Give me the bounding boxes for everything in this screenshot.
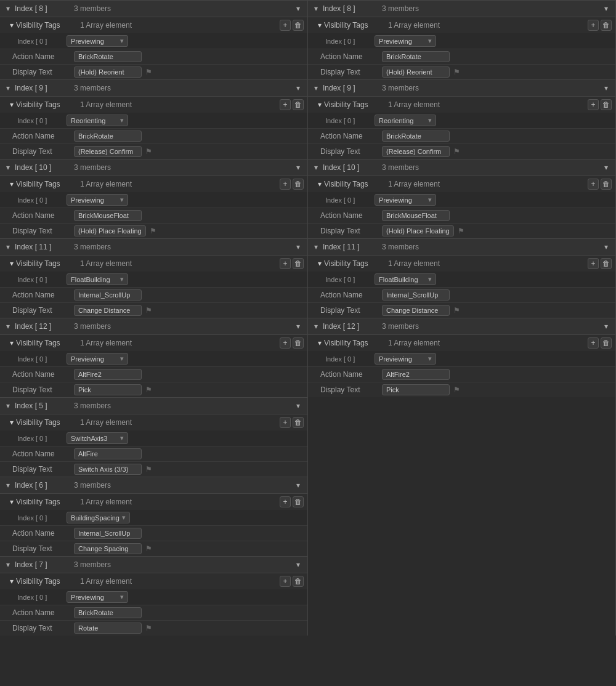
sub-index-label: Index [ 0 ] xyxy=(17,355,67,363)
remove-element-button[interactable]: 🗑 xyxy=(601,179,612,190)
members-chevron[interactable]: ▾ xyxy=(601,162,612,173)
collapse-chevron[interactable]: ▾ xyxy=(4,481,12,490)
visibility-dropdown[interactable]: FloatBuilding ▾ xyxy=(67,273,128,285)
vis-collapse-chevron[interactable]: ▾ xyxy=(318,100,322,109)
visibility-dropdown[interactable]: SwitchAxis3 ▾ xyxy=(67,432,128,444)
action-name-value: Internal_ScrollUp xyxy=(382,289,450,301)
index-label: Index [ 10 ] xyxy=(15,163,70,172)
collapse-chevron[interactable]: ▾ xyxy=(4,243,12,251)
flag-icon[interactable]: ⚑ xyxy=(453,385,460,394)
flag-icon[interactable]: ⚑ xyxy=(453,306,460,315)
collapse-chevron[interactable]: ▾ xyxy=(312,243,320,251)
remove-element-button[interactable]: 🗑 xyxy=(293,496,304,507)
visibility-dropdown[interactable]: FloatBuilding ▾ xyxy=(375,273,436,285)
members-chevron[interactable]: ▾ xyxy=(601,241,612,252)
collapse-chevron[interactable]: ▾ xyxy=(4,84,12,92)
remove-element-button[interactable]: 🗑 xyxy=(601,99,612,110)
add-element-button[interactable]: + xyxy=(588,337,599,349)
visibility-dropdown[interactable]: Reorienting ▾ xyxy=(67,115,128,126)
add-element-button[interactable]: + xyxy=(280,337,291,349)
visibility-dropdown[interactable]: Previewing ▾ xyxy=(375,353,436,365)
vis-collapse-chevron[interactable]: ▾ xyxy=(10,180,14,188)
add-element-button[interactable]: + xyxy=(280,179,291,190)
members-chevron[interactable]: ▾ xyxy=(293,400,304,411)
visibility-dropdown[interactable]: Previewing ▾ xyxy=(67,591,128,603)
add-element-button[interactable]: + xyxy=(280,99,291,110)
sub-index-row: Index [ 0 ] Previewing ▾ xyxy=(0,589,307,605)
remove-element-button[interactable]: 🗑 xyxy=(601,337,612,349)
add-element-button[interactable]: + xyxy=(588,20,599,31)
vis-collapse-chevron[interactable]: ▾ xyxy=(10,21,14,30)
vis-collapse-chevron[interactable]: ▾ xyxy=(10,418,14,427)
remove-element-button[interactable]: 🗑 xyxy=(293,258,304,269)
collapse-chevron[interactable]: ▾ xyxy=(4,4,12,13)
vis-collapse-chevron[interactable]: ▾ xyxy=(318,339,322,347)
flag-icon[interactable]: ⚑ xyxy=(145,624,152,632)
members-chevron[interactable]: ▾ xyxy=(293,480,304,491)
visibility-dropdown[interactable]: Previewing ▾ xyxy=(375,35,436,47)
flag-icon[interactable]: ⚑ xyxy=(458,227,464,235)
flag-icon[interactable]: ⚑ xyxy=(145,147,152,156)
flag-icon[interactable]: ⚑ xyxy=(150,227,156,235)
add-element-button[interactable]: + xyxy=(280,20,291,31)
add-element-button[interactable]: + xyxy=(280,576,291,587)
collapse-chevron[interactable]: ▾ xyxy=(312,4,320,13)
vis-collapse-chevron[interactable]: ▾ xyxy=(318,259,322,268)
visibility-dropdown[interactable]: Previewing ▾ xyxy=(67,194,128,206)
vis-collapse-chevron[interactable]: ▾ xyxy=(318,180,322,188)
flag-icon[interactable]: ⚑ xyxy=(453,147,460,156)
add-element-button[interactable]: + xyxy=(280,258,291,269)
members-chevron[interactable]: ▾ xyxy=(293,559,304,570)
flag-icon[interactable]: ⚑ xyxy=(453,68,460,76)
vis-collapse-chevron[interactable]: ▾ xyxy=(10,498,14,506)
action-name-row: Action Name Internal_ScrollUp xyxy=(0,287,307,302)
members-chevron[interactable]: ▾ xyxy=(601,321,612,332)
members-chevron[interactable]: ▾ xyxy=(293,162,304,173)
collapse-chevron[interactable]: ▾ xyxy=(4,163,12,172)
add-element-button[interactable]: + xyxy=(588,179,599,190)
flag-icon[interactable]: ⚑ xyxy=(145,306,152,315)
flag-icon[interactable]: ⚑ xyxy=(145,465,152,474)
visibility-dropdown[interactable]: Reorienting ▾ xyxy=(375,115,436,126)
members-chevron[interactable]: ▾ xyxy=(293,321,304,332)
remove-element-button[interactable]: 🗑 xyxy=(293,99,304,110)
collapse-chevron[interactable]: ▾ xyxy=(312,84,320,92)
dropdown-chevron: ▾ xyxy=(120,593,124,601)
members-chevron[interactable]: ▾ xyxy=(293,241,304,252)
add-element-button[interactable]: + xyxy=(280,496,291,507)
flag-icon[interactable]: ⚑ xyxy=(145,68,152,76)
members-chevron[interactable]: ▾ xyxy=(293,83,304,94)
visibility-dropdown[interactable]: Previewing ▾ xyxy=(67,35,128,47)
index-row: ▾ Index [ 9 ] 3 members ▾ xyxy=(0,79,307,97)
add-element-button[interactable]: + xyxy=(588,258,599,269)
collapse-chevron[interactable]: ▾ xyxy=(4,402,12,410)
index-row: ▾ Index [ 7 ] 3 members ▾ xyxy=(0,556,307,573)
sub-index-row: Index [ 0 ] FloatBuilding ▾ xyxy=(0,272,307,287)
flag-icon[interactable]: ⚑ xyxy=(145,544,152,553)
members-chevron[interactable]: ▾ xyxy=(293,3,304,14)
vis-collapse-chevron[interactable]: ▾ xyxy=(10,100,14,109)
visibility-dropdown[interactable]: BuildingSpacing ▾ xyxy=(67,512,130,523)
collapse-chevron[interactable]: ▾ xyxy=(312,163,320,172)
add-element-button[interactable]: + xyxy=(588,99,599,110)
remove-element-button[interactable]: 🗑 xyxy=(293,576,304,587)
visibility-dropdown[interactable]: Previewing ▾ xyxy=(375,194,436,206)
flag-icon[interactable]: ⚑ xyxy=(145,385,152,394)
vis-collapse-chevron[interactable]: ▾ xyxy=(10,339,14,347)
members-chevron[interactable]: ▾ xyxy=(601,83,612,94)
remove-element-button[interactable]: 🗑 xyxy=(293,20,304,31)
collapse-chevron[interactable]: ▾ xyxy=(312,322,320,331)
vis-collapse-chevron[interactable]: ▾ xyxy=(10,577,14,586)
visibility-dropdown[interactable]: Previewing ▾ xyxy=(67,353,128,365)
remove-element-button[interactable]: 🗑 xyxy=(293,179,304,190)
vis-collapse-chevron[interactable]: ▾ xyxy=(10,259,14,268)
vis-collapse-chevron[interactable]: ▾ xyxy=(318,21,322,30)
collapse-chevron[interactable]: ▾ xyxy=(4,560,12,569)
remove-element-button[interactable]: 🗑 xyxy=(601,20,612,31)
remove-element-button[interactable]: 🗑 xyxy=(293,337,304,349)
remove-element-button[interactable]: 🗑 xyxy=(601,258,612,269)
remove-element-button[interactable]: 🗑 xyxy=(293,417,304,428)
collapse-chevron[interactable]: ▾ xyxy=(4,322,12,331)
members-chevron[interactable]: ▾ xyxy=(601,3,612,14)
add-element-button[interactable]: + xyxy=(280,417,291,428)
